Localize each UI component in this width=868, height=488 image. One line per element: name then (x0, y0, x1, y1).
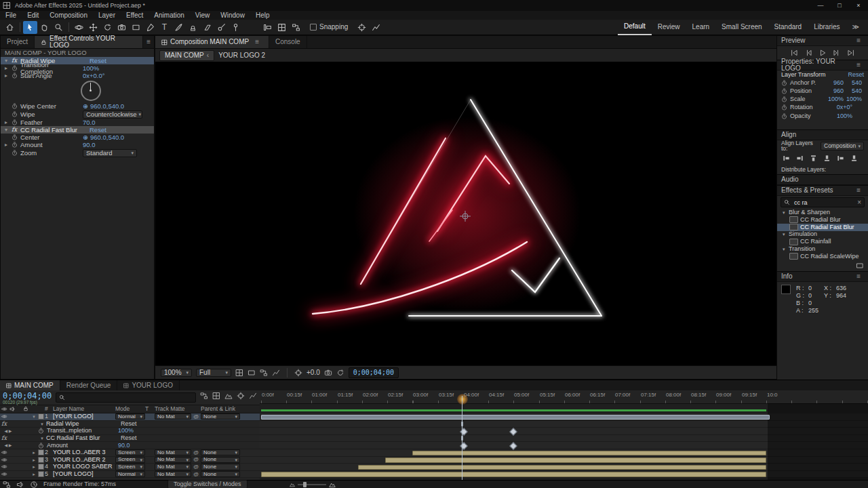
stopwatch-icon[interactable] (781, 96, 790, 102)
layer-row-4[interactable]: ▸ 4 YOUR LOGO SABER Screen▾ No Mat▾ @ No… (0, 464, 260, 471)
crosshair-icon[interactable]: ⊕ (83, 134, 88, 141)
keyframe-navigator[interactable]: ◀ ▶ (0, 429, 16, 433)
collapse-icon[interactable]: ▾ (783, 232, 789, 237)
reset-link[interactable]: Reset (848, 72, 864, 78)
panel-menu-icon[interactable]: ≡ (853, 187, 864, 194)
stopwatch-icon[interactable] (12, 134, 20, 140)
layer-bar-2[interactable] (412, 451, 766, 456)
layer-bar-5[interactable] (261, 472, 766, 477)
eye-column-icon[interactable] (0, 406, 8, 412)
expand-icon[interactable]: ▾ (38, 422, 46, 426)
crosshair-icon[interactable]: ⊕ (83, 103, 88, 110)
expand-icon[interactable]: ▸ (30, 458, 38, 462)
col-t[interactable]: T (145, 406, 155, 412)
expand-icon[interactable]: ▸ (5, 66, 12, 71)
expand-icon[interactable]: ▸ (5, 120, 12, 125)
parent-dropdown[interactable]: None▾ (201, 449, 240, 455)
layer-name[interactable]: YOUR LOGO SABER (53, 464, 115, 470)
magnet-icon[interactable] (355, 21, 369, 34)
label-color[interactable] (38, 464, 45, 470)
parent-dropdown[interactable]: None▾ (201, 413, 240, 420)
pickwhip-icon[interactable]: @ (191, 457, 201, 462)
workspace-default[interactable]: Default (618, 20, 652, 35)
grid-options-icon[interactable] (275, 21, 289, 34)
track-matte-dropdown[interactable]: No Mat▾ (155, 457, 191, 463)
stopwatch-icon[interactable] (38, 443, 47, 449)
menu-file[interactable]: File (0, 11, 22, 20)
mode-dropdown[interactable]: Normal▾ (115, 413, 145, 420)
audio-column-icon[interactable] (8, 406, 16, 412)
mode-dropdown[interactable]: Normal▾ (115, 471, 145, 477)
track-matte-dropdown[interactable]: No Mat▾ (155, 464, 191, 470)
track-matte-dropdown[interactable]: No Mat▾ (155, 413, 191, 420)
clear-search-icon[interactable]: × (857, 199, 861, 206)
refresh-icon[interactable] (336, 369, 344, 377)
workspace-standard[interactable]: Standard (768, 20, 808, 35)
eye-icon[interactable] (0, 464, 8, 470)
toggle-switches-modes-button[interactable]: Toggle Switches / Modes (167, 480, 248, 488)
tab-console[interactable]: Console (269, 36, 307, 48)
pickwhip-icon[interactable]: @ (191, 414, 201, 420)
effect-cc-radial-fast-blur-header[interactable]: ▾ fx CC Radial Fast Blur Reset (1, 126, 154, 134)
tree-item-cc-rainfall[interactable]: CC Rainfall (777, 238, 868, 245)
previous-frame-button[interactable] (804, 49, 812, 57)
puppet-pin-tool[interactable] (229, 21, 243, 34)
prop-value[interactable]: 90.0 (118, 443, 152, 449)
align-left-icon[interactable] (781, 154, 791, 162)
workspace-learn[interactable]: Learn (686, 20, 716, 35)
resolution-dropdown[interactable]: Full▾ (196, 369, 231, 377)
transparency-grid-icon[interactable] (272, 369, 280, 377)
menu-effect[interactable]: Effect (121, 11, 149, 20)
stopwatch-icon[interactable] (12, 119, 20, 125)
first-frame-button[interactable] (790, 49, 798, 57)
tab-composition-main-comp[interactable]: Composition MAIN COMP ≡ (155, 36, 269, 48)
effects-presets-header[interactable]: Effects & Presets ≡ (777, 185, 868, 196)
mode-dropdown[interactable]: Screen▾ (115, 457, 145, 463)
align-bottom-icon[interactable] (849, 154, 859, 162)
rotate-tool[interactable] (100, 21, 115, 34)
label-color[interactable] (38, 457, 45, 463)
tree-item-cc-radial-scalewipe[interactable]: CC Radial ScaleWipe (777, 253, 868, 260)
lock-column-icon[interactable] (23, 406, 30, 413)
eye-icon[interactable] (0, 413, 8, 420)
mode-dropdown[interactable]: Screen▾ (115, 449, 145, 455)
panel-menu-icon[interactable]: ≡ (853, 37, 864, 44)
prop-value[interactable]: 70.0 (83, 119, 96, 126)
value-x[interactable]: 960 (825, 80, 844, 86)
new-preset-icon[interactable] (856, 262, 864, 270)
viewer-timecode[interactable]: 0;00;04;00 (349, 367, 399, 378)
exposure-icon[interactable] (294, 369, 302, 377)
layer-row-1[interactable]: ▾ 1 [YOUR LOGO] Normal▾ No Mat▾ @ None▾ (0, 413, 260, 421)
prop-value[interactable]: 960.0,540.0 (90, 134, 124, 141)
composition-flowchart-icon[interactable] (200, 392, 208, 400)
align-panel-icon[interactable] (260, 21, 275, 34)
layer-bar-1[interactable] (261, 415, 770, 420)
stopwatch-icon[interactable] (12, 142, 20, 148)
align-to-dropdown[interactable]: Composition ▾ (821, 142, 864, 150)
value-x[interactable]: 100% (825, 96, 844, 102)
selection-tool[interactable] (23, 21, 37, 34)
snapping-checkbox[interactable] (310, 24, 317, 30)
align-right-icon[interactable] (808, 154, 818, 162)
fx-icon[interactable]: fx (0, 421, 8, 427)
track-matte-dropdown[interactable]: No Mat▾ (155, 471, 191, 477)
wipe-dropdown[interactable]: Counterclockwise ▾ (83, 110, 142, 119)
timeline-zoom-control[interactable] (290, 481, 336, 488)
expand-icon[interactable]: ▾ (30, 414, 38, 419)
fx-icon[interactable]: fx (12, 127, 20, 133)
timeline-track-area[interactable]: 0:00f 00:15f 01:00f 01:15f 02:00f 02:15f… (260, 390, 868, 481)
stopwatch-icon[interactable] (12, 150, 20, 156)
panel-menu-icon[interactable]: ≡ (853, 62, 864, 68)
shape-tool[interactable] (129, 21, 143, 34)
prop-value[interactable]: 100% (118, 428, 152, 434)
prop-value[interactable]: 0x+0.0° (83, 73, 105, 79)
stopwatch-icon[interactable] (12, 73, 20, 79)
maximize-button[interactable]: □ (830, 0, 849, 11)
zoom-slider-handle[interactable] (303, 482, 307, 487)
panel-menu-icon[interactable]: ≡ (853, 273, 864, 280)
label-color[interactable] (38, 449, 45, 455)
play-button[interactable] (818, 49, 827, 57)
mask-toggle-icon[interactable] (248, 369, 256, 377)
properties-header[interactable]: Properties: YOUR LOGO ≡ (777, 60, 868, 70)
mode-dropdown[interactable]: Screen▾ (115, 464, 145, 470)
